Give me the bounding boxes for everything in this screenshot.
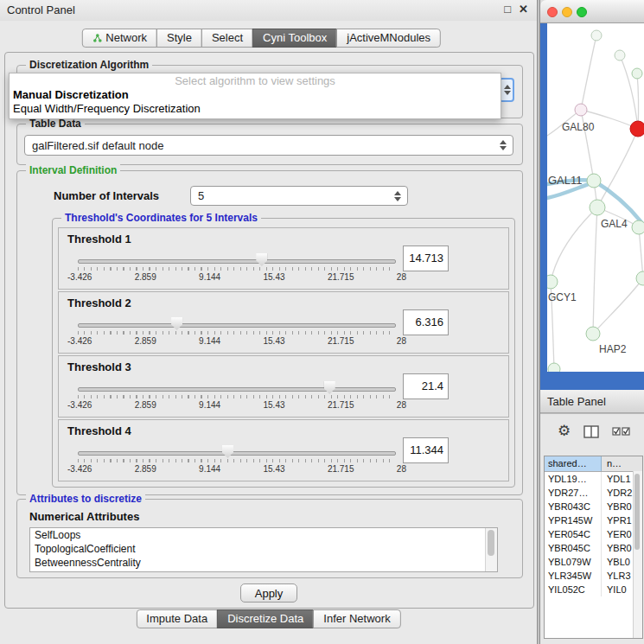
network-node-gcy1[interactable] <box>547 275 558 289</box>
cell[interactable]: YBL079W <box>545 555 602 569</box>
network-node-selected-red[interactable] <box>630 121 644 137</box>
apply-button[interactable]: Apply <box>240 583 297 603</box>
algorithm-dropdown-popup: Select algorithm to view settings Manual… <box>9 73 501 119</box>
scale-label: 9.144 <box>199 464 220 474</box>
slider-handle[interactable] <box>256 253 267 266</box>
network-node-gal80[interactable] <box>575 104 587 116</box>
cell[interactable]: YBR045C <box>545 541 602 555</box>
cell[interactable]: YDR27… <box>545 486 602 500</box>
cell[interactable]: YER054C <box>545 527 602 541</box>
slider-handle[interactable] <box>171 317 182 330</box>
number-of-intervals-select[interactable]: 5 <box>190 186 408 206</box>
slider-track[interactable] <box>78 259 396 264</box>
table-panel-header[interactable]: Table Panel <box>540 390 644 413</box>
cell[interactable]: YBR043C <box>545 500 602 513</box>
threshold-label: Threshold 1 <box>67 233 131 245</box>
cell[interactable]: YLR345W <box>545 569 602 583</box>
network-node[interactable] <box>636 271 644 285</box>
cell[interactable]: YIL052C <box>545 583 602 596</box>
table-row[interactable]: YPR145WYPR1 <box>545 513 642 527</box>
network-node[interactable] <box>548 363 560 372</box>
threshold-2-value[interactable]: 6.316 <box>403 309 449 335</box>
cell[interactable]: YDL19… <box>545 472 602 486</box>
network-canvas[interactable]: GAL80 GAL11 GAL4 GCY1 HAP2 <box>547 23 644 372</box>
network-graph: GAL80 GAL11 GAL4 GCY1 HAP2 <box>547 23 644 372</box>
columns-icon[interactable] <box>583 425 599 438</box>
tab-jactivemnodules[interactable]: jActiveMNodules <box>336 29 441 48</box>
numerical-attributes-list[interactable]: SelfLoops TopologicalCoefficient Between… <box>29 527 498 572</box>
network-node-gal11[interactable] <box>587 174 601 188</box>
scale-label: 21.715 <box>328 336 354 346</box>
tab-cyni-toolbox[interactable]: Cyni Toolbox <box>252 29 337 48</box>
slider-scale: -3.426 2.859 9.144 15.43 21.715 28 <box>67 400 406 410</box>
scale-label: 15.43 <box>264 464 285 474</box>
threshold-1-row: Threshold 1 -3.426 2.859 9.144 15.43 21.… <box>58 227 509 290</box>
network-node[interactable] <box>591 30 602 41</box>
list-scrollbar[interactable] <box>485 528 497 571</box>
table-data-selected-value: galFiltered.sif default node <box>32 139 163 152</box>
table-row[interactable]: YLR345WYLR3 <box>545 569 642 583</box>
slider-track[interactable] <box>78 387 396 392</box>
column-header-name[interactable]: n… <box>602 456 642 471</box>
settings-gear-icon[interactable]: ⚙ <box>558 423 571 440</box>
slider-handle[interactable] <box>324 381 335 394</box>
threshold-4-value[interactable]: 11.344 <box>403 437 449 463</box>
close-icon[interactable]: ✕ <box>519 3 528 16</box>
table-row[interactable]: YIL052CYIL0 <box>545 583 642 596</box>
top-tab-bar: Network Style Select Cyni Toolbox jActiv… <box>81 29 441 48</box>
scrollbar-thumb[interactable] <box>634 474 640 550</box>
scrollbar-thumb[interactable] <box>488 530 494 556</box>
threshold-4-slider[interactable]: -3.426 2.859 9.144 15.43 21.715 28 <box>78 444 396 479</box>
cell[interactable]: YPR145W <box>545 513 602 527</box>
slider-handle[interactable] <box>222 445 233 458</box>
tab-select[interactable]: Select <box>201 29 253 48</box>
number-of-intervals-value: 5 <box>198 189 204 202</box>
scale-label: 2.859 <box>135 464 156 474</box>
threshold-1-slider[interactable]: -3.426 2.859 9.144 15.43 21.715 28 <box>78 252 396 287</box>
list-item[interactable]: SelfLoops <box>30 528 497 542</box>
column-header-shared-name[interactable]: shared… <box>545 456 602 471</box>
zoom-traffic-light-icon[interactable] <box>577 7 587 17</box>
stepper-icon <box>500 140 507 150</box>
tab-label: jActiveMNodules <box>347 29 430 47</box>
table-row[interactable]: YBR043CYBR0 <box>545 500 642 513</box>
network-window-titlebar[interactable] <box>540 0 644 23</box>
tab-discretize-data[interactable]: Discretize Data <box>217 609 314 628</box>
table-row[interactable]: YER054CYER0 <box>545 527 642 541</box>
dropdown-option-equal-width-frequency[interactable]: Equal Width/Frequency Discretization <box>10 102 501 116</box>
slider-track[interactable] <box>78 451 396 456</box>
scale-label: 21.715 <box>328 272 354 282</box>
table-row[interactable]: YBL079WYBL0 <box>545 555 642 569</box>
network-node[interactable] <box>615 50 625 61</box>
network-node-gal4[interactable] <box>590 200 605 215</box>
table-data-select[interactable]: galFiltered.sif default node <box>24 135 513 156</box>
threshold-3-value[interactable]: 21.4 <box>403 373 449 399</box>
threshold-3-slider[interactable]: -3.426 2.859 9.144 15.43 21.715 28 <box>78 380 396 415</box>
threshold-1-value[interactable]: 14.713 <box>403 245 449 271</box>
float-window-icon[interactable]: □ <box>504 3 511 16</box>
minimize-traffic-light-icon[interactable] <box>562 7 572 17</box>
network-node-hap2[interactable] <box>586 327 600 341</box>
table-row[interactable]: YDR27…YDR2 <box>545 486 642 500</box>
list-item[interactable]: BetweennessCentrality <box>30 556 497 570</box>
threshold-2-slider[interactable]: -3.426 2.859 9.144 15.43 21.715 28 <box>78 316 396 351</box>
table-row[interactable]: YBR045CYBR0 <box>545 541 642 555</box>
table-row[interactable]: YDL19…YDL1 <box>545 472 642 486</box>
network-node[interactable] <box>632 220 644 234</box>
tab-infer-network[interactable]: Infer Network <box>313 609 400 628</box>
table-scrollbar[interactable] <box>633 471 642 638</box>
tab-network[interactable]: Network <box>81 29 157 48</box>
tab-style[interactable]: Style <box>156 29 202 48</box>
select-checkboxes-icon[interactable] <box>612 425 631 437</box>
network-node[interactable] <box>632 68 642 79</box>
group-title: Discretization Algorithm <box>26 59 152 71</box>
list-item[interactable]: TopologicalCoefficient <box>30 542 497 556</box>
close-traffic-light-icon[interactable] <box>547 7 558 17</box>
node-label: HAP2 <box>599 343 627 355</box>
scale-label: 9.144 <box>199 336 220 346</box>
scale-label: 28 <box>397 272 406 282</box>
slider-track[interactable] <box>78 323 396 328</box>
tab-impute-data[interactable]: Impute Data <box>136 609 218 628</box>
slider-ticks <box>78 459 396 462</box>
dropdown-option-manual-discretization[interactable]: Manual Discretization <box>10 88 501 102</box>
